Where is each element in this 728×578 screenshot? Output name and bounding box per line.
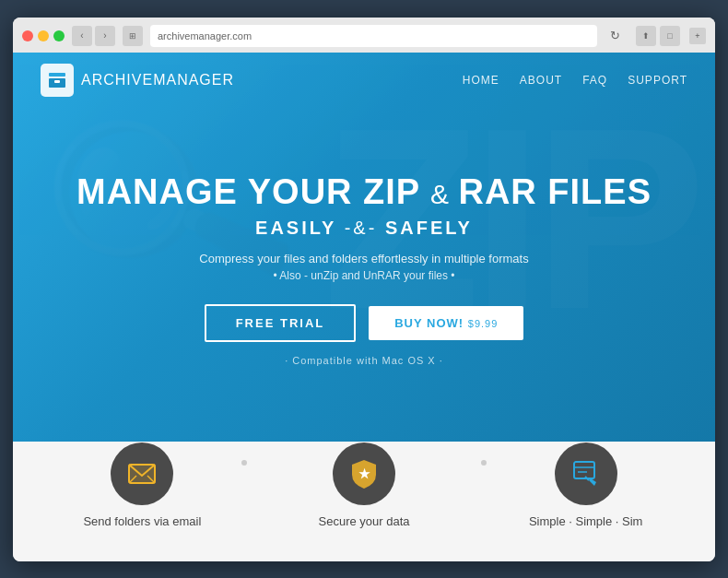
buy-now-button[interactable]: BUY NOW! $9.99 — [369, 306, 523, 340]
logo-text: ARCHIVEMANAGER — [81, 72, 234, 88]
svg-marker-11 — [589, 478, 596, 486]
browser-actions: ⬆ □ — [636, 26, 680, 46]
free-trial-button[interactable]: FREE TRIAL — [205, 304, 357, 342]
nav-faq[interactable]: FAQ — [582, 74, 607, 87]
cursor-icon — [570, 460, 602, 488]
expand-button[interactable]: + — [689, 28, 706, 44]
page-content: 🔍 ZIP ARCHIVEMANAGER — [13, 53, 715, 561]
nav-support[interactable]: SUPPORT — [628, 74, 687, 87]
logo-bold: ARCHIVE — [81, 72, 153, 88]
svg-text:★: ★ — [358, 466, 370, 481]
logo-icon — [41, 64, 74, 97]
logo-light: MANAGER — [153, 72, 234, 88]
feature-secure: ★ Secure your data — [253, 474, 476, 528]
envelope-icon — [127, 461, 157, 487]
features-section: Send folders via email ★ Secure your dat… — [13, 442, 715, 561]
hero-buttons: FREE TRIAL BUY NOW! $9.99 — [205, 304, 524, 342]
browser-top-bar: ‹ › ⊞ archivemanager.com ↻ ⬆ □ + — [22, 25, 706, 47]
buy-now-label: BUY NOW! — [394, 316, 464, 330]
dot-right — [481, 460, 487, 466]
compatible-text: · Compatible with Mac OS X · — [285, 355, 443, 366]
maximize-button[interactable] — [53, 30, 65, 41]
nav-buttons: ‹ › — [72, 26, 115, 46]
subtitle-dash: -&- — [345, 218, 385, 238]
hero-subtitle: EASILY -&- SAFELY — [255, 218, 473, 239]
view-toggle-button[interactable]: ⊞ — [123, 26, 143, 46]
feature-email-icon-circle — [111, 442, 173, 505]
feature-secure-label: Secure your data — [319, 514, 410, 528]
refresh-button[interactable]: ↻ — [605, 26, 625, 46]
close-button[interactable] — [22, 30, 33, 41]
feature-simple-label: Simple · Simple · Sim — [529, 514, 643, 528]
url-text: archivemanager.com — [158, 30, 252, 41]
nav-home[interactable]: HOME — [463, 74, 499, 87]
feature-secure-icon-circle: ★ — [333, 442, 395, 505]
address-bar[interactable]: archivemanager.com — [150, 25, 597, 47]
feature-email: Send folders via email — [31, 474, 253, 528]
share-button[interactable]: ⬆ — [636, 26, 656, 46]
back-button[interactable]: ‹ — [72, 26, 92, 46]
hero-title: MANAGE YOUR ZIP & RAR FILES — [76, 173, 652, 212]
hero-content: MANAGE YOUR ZIP & RAR FILES EASILY -&- S… — [13, 108, 715, 442]
feature-simple-icon-circle — [555, 442, 617, 505]
title-amp: & — [430, 179, 458, 209]
hero-section: 🔍 ZIP ARCHIVEMANAGER — [13, 53, 715, 442]
archive-icon — [46, 69, 68, 91]
forward-button[interactable]: › — [95, 26, 115, 46]
logo: ARCHIVEMANAGER — [41, 64, 234, 97]
feature-email-label: Send folders via email — [83, 514, 201, 528]
minimize-button[interactable] — [38, 30, 49, 41]
browser-window: ‹ › ⊞ archivemanager.com ↻ ⬆ □ + 🔍 ZIP — [13, 18, 715, 561]
bookmark-button[interactable]: □ — [660, 26, 680, 46]
svg-rect-2 — [54, 80, 60, 83]
browser-chrome: ‹ › ⊞ archivemanager.com ↻ ⬆ □ + — [13, 18, 715, 53]
hero-desc2: • Also - unZip and UnRAR your files • — [273, 269, 454, 282]
nav-about[interactable]: ABOUT — [520, 74, 562, 87]
hero-desc1: Compress your files and folders effortle… — [199, 252, 528, 265]
nav-links: HOME ABOUT FAQ SUPPORT — [463, 74, 687, 87]
traffic-lights — [22, 30, 65, 41]
feature-simple: Simple · Simple · Sim — [475, 474, 697, 528]
svg-rect-8 — [574, 462, 594, 478]
shield-icon: ★ — [350, 458, 378, 490]
buy-now-price: $9.99 — [468, 318, 499, 329]
dot-left — [241, 460, 247, 466]
svg-rect-0 — [49, 73, 65, 77]
svg-line-12 — [585, 477, 589, 480]
navbar: ARCHIVEMANAGER HOME ABOUT FAQ SUPPORT — [13, 53, 715, 108]
